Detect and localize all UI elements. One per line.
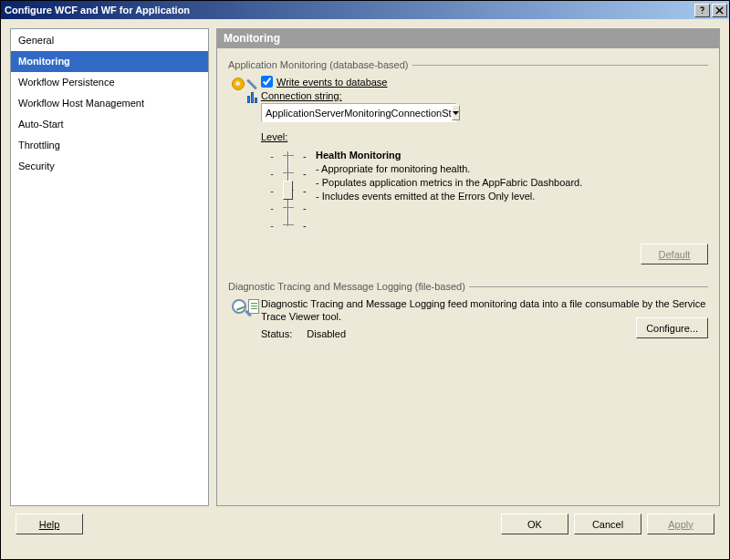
level-label: Level: xyxy=(261,131,287,142)
diagnostic-icon xyxy=(232,299,257,319)
connection-string-value: ApplicationServerMonitoringConnectionSt xyxy=(266,108,452,119)
sidebar-item-auto-start[interactable]: Auto-Start xyxy=(11,114,208,135)
ok-button[interactable]: OK xyxy=(501,513,568,534)
group-label: Diagnostic Tracing and Message Logging (… xyxy=(228,281,465,292)
titlebar-buttons xyxy=(694,4,729,17)
write-events-checkbox[interactable] xyxy=(261,76,273,88)
level-slider[interactable] xyxy=(279,148,297,230)
dialog-button-bar: Help OK Cancel Apply xyxy=(10,513,720,534)
group-divider xyxy=(469,286,708,287)
window-title: Configure WCF and WF for Application xyxy=(5,1,190,19)
sidebar-item-workflow-persistence[interactable]: Workflow Persistence xyxy=(11,72,208,93)
status-label: Status: xyxy=(261,328,292,339)
default-button[interactable]: Default xyxy=(641,244,708,264)
group-divider xyxy=(412,65,708,66)
monitoring-icon xyxy=(232,78,257,103)
chevron-down-icon xyxy=(453,111,459,115)
slider-ticks-left: - - - - - xyxy=(261,148,274,231)
level-line: - Populates application metrics in the A… xyxy=(316,176,708,190)
category-sidebar: General Monitoring Workflow Persistence … xyxy=(10,28,209,506)
title-bar: Configure WCF and WF for Application xyxy=(1,1,729,19)
help-button[interactable]: Help xyxy=(16,513,83,534)
help-icon xyxy=(698,6,706,15)
configure-button[interactable]: Configure... xyxy=(636,317,708,338)
connection-string-dropdown[interactable]: ApplicationServerMonitoringConnectionSt xyxy=(261,103,456,122)
sidebar-item-monitoring[interactable]: Monitoring xyxy=(11,51,208,72)
write-events-label[interactable]: Write events to database xyxy=(276,77,387,88)
sidebar-item-throttling[interactable]: Throttling xyxy=(11,135,208,156)
apply-button[interactable]: Apply xyxy=(647,513,714,534)
level-description: Health Monitoring - Appropriate for moni… xyxy=(316,148,708,203)
content-heading: Monitoring xyxy=(216,28,720,48)
sidebar-item-general[interactable]: General xyxy=(11,30,208,51)
level-line: - Appropriate for monitoring health. xyxy=(316,162,708,176)
level-title: Health Monitoring xyxy=(316,150,708,161)
cancel-button[interactable]: Cancel xyxy=(574,513,641,534)
close-title-button[interactable] xyxy=(712,4,727,17)
dropdown-button[interactable] xyxy=(452,105,460,120)
slider-thumb[interactable] xyxy=(283,181,293,200)
close-icon xyxy=(715,6,724,15)
sidebar-item-workflow-host-management[interactable]: Workflow Host Management xyxy=(11,93,208,114)
status-value: Disabled xyxy=(307,328,346,339)
level-line: - Includes events emitted at the Errors … xyxy=(316,190,708,203)
group-label: Application Monitoring (database-based) xyxy=(228,59,409,70)
group-diagnostic-tracing: Diagnostic Tracing and Message Logging (… xyxy=(228,281,708,292)
help-title-button[interactable] xyxy=(694,4,710,17)
group-app-monitoring: Application Monitoring (database-based) xyxy=(228,59,708,70)
sidebar-item-security[interactable]: Security xyxy=(11,156,208,177)
connection-string-label: Connection string: xyxy=(261,90,342,101)
slider-ticks-right: - - - - - xyxy=(303,148,310,231)
